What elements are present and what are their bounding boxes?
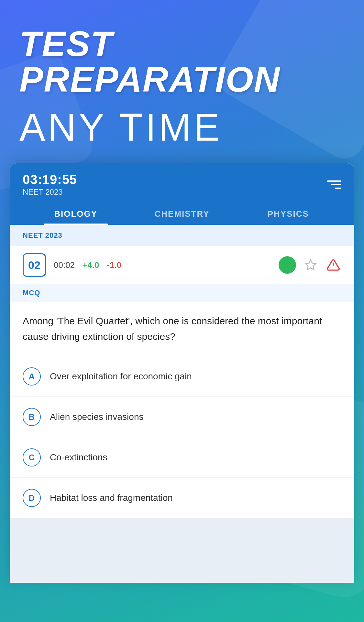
tab-chemistry[interactable]: CHEMISTRY (129, 203, 235, 225)
exam-tag: NEET 2023 (23, 231, 62, 239)
question-type-label: MCQ (23, 289, 40, 297)
tab-biology[interactable]: BIOLOGY (23, 203, 129, 225)
exam-label: NEET 2023 (23, 188, 77, 197)
option-c[interactable]: C Co-extinctions (10, 437, 354, 478)
svg-marker-0 (305, 260, 316, 270)
filter-button[interactable] (327, 178, 341, 192)
bottom-gray-area (10, 518, 354, 583)
warning-button[interactable] (325, 257, 341, 273)
hero-title-line1: TEST PREPARATION (19, 26, 345, 97)
meta-left: 02 00:02 +4.0 -1.0 (23, 253, 121, 277)
time-spent: 00:02 (54, 260, 75, 270)
question-header: NEET 2023 (10, 225, 354, 246)
question-number-box: 02 (23, 253, 46, 277)
question-meta-row: 02 00:02 +4.0 -1.0 (10, 246, 354, 284)
option-a[interactable]: A Over exploitation for economic gain (10, 356, 354, 397)
marks-minus: -1.0 (107, 260, 121, 270)
tab-physics[interactable]: PHYSICS (235, 203, 341, 225)
star-button[interactable] (303, 257, 319, 273)
timer-display: 03:19:55 (23, 172, 77, 187)
option-b-text: Alien species invasions (50, 412, 144, 422)
option-d-text: Habitat loss and fragmentation (50, 493, 173, 503)
option-b[interactable]: B Alien species invasions (10, 397, 354, 437)
options-list: A Over exploitation for economic gain B … (10, 356, 354, 518)
option-c-text: Co-extinctions (50, 452, 107, 463)
meta-right (279, 256, 341, 274)
hero-section: TEST PREPARATION ANY TIME (0, 0, 364, 163)
option-a-circle: A (23, 367, 41, 386)
option-d-circle: D (23, 489, 41, 507)
option-a-text: Over exploitation for economic gain (50, 371, 192, 382)
question-text: Among 'The Evil Quartet', which one is c… (23, 313, 341, 344)
hero-title-line2: ANY TIME (19, 104, 345, 150)
top-bar: 03:19:55 NEET 2023 (10, 163, 354, 203)
option-b-circle: B (23, 408, 41, 426)
mcq-label-row: MCQ (10, 284, 354, 302)
add-button[interactable] (279, 256, 296, 274)
app-card: 03:19:55 NEET 2023 BIOLOGY CHEMISTRY PHY… (10, 163, 354, 583)
question-text-block: Among 'The Evil Quartet', which one is c… (10, 302, 354, 356)
timer-block: 03:19:55 NEET 2023 (23, 172, 77, 197)
marks-plus: +4.0 (83, 260, 99, 270)
option-c-circle: C (23, 448, 41, 466)
option-d[interactable]: D Habitat loss and fragmentation (10, 478, 354, 518)
tabs-bar: BIOLOGY CHEMISTRY PHYSICS (10, 203, 354, 225)
